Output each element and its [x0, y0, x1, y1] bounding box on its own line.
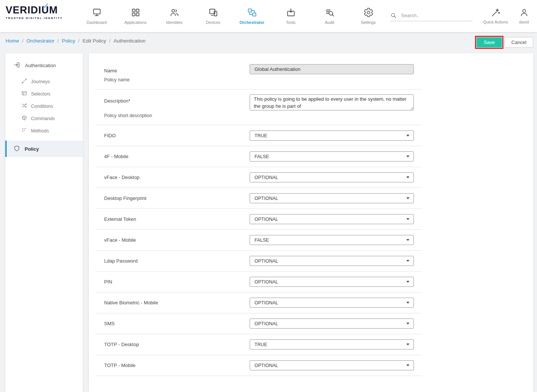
top-navigation: VERIDIUM TRUSTED DIGITAL IDENTITY Dashbo… [0, 0, 537, 32]
dropdown-value: OPTIONAL [255, 175, 278, 180]
orchestrator-icon [247, 7, 257, 18]
sidebar-items: JourneysSelectorsConditionsCommandsMetho… [5, 75, 83, 137]
fido-dropdown[interactable]: TRUE [250, 131, 414, 141]
form-row-description: Description* Policy short description Th… [95, 90, 422, 125]
field-label: Desktop Fingerprint [104, 195, 146, 201]
form-row-desktop-fingerprint: Desktop FingerprintOPTIONAL [95, 188, 422, 209]
dropdown-value: TRUE [255, 342, 267, 347]
topnav-item-applications[interactable]: Applications [116, 0, 155, 32]
username-label: david [519, 20, 529, 24]
form-row-fido: FIDOTRUE [95, 125, 422, 146]
sms-dropdown[interactable]: OPTIONAL [250, 319, 414, 329]
chevron-down-icon [406, 218, 409, 220]
topnav-item-label: Orchestrator [240, 20, 265, 25]
field-label: Native Biometric - Mobile [104, 300, 158, 305]
breadcrumb-separator: / [109, 38, 110, 44]
form-row-name: Name Policy name [95, 53, 422, 90]
chevron-down-icon [406, 135, 409, 137]
dropdown-value: OPTIONAL [255, 321, 278, 326]
form-row-totp-desktop: TOTP - DesktopTRUE [95, 334, 422, 355]
methods-icon [21, 127, 27, 134]
totp-mobile-dropdown[interactable]: OPTIONAL [250, 360, 414, 370]
brand-tagline: TRUSTED DIGITAL IDENTITY [6, 16, 75, 20]
save-button[interactable]: Save [477, 37, 502, 47]
topnav-item-identities[interactable]: Identities [155, 0, 194, 32]
name-sublabel: Policy name [104, 77, 129, 82]
topnav-item-orchestrator[interactable]: Orchestrator [232, 0, 271, 32]
breadcrumb-item-policy[interactable]: Policy [62, 38, 75, 44]
sidebar-item-journeys[interactable]: Journeys [21, 75, 83, 88]
user-menu[interactable]: david [514, 0, 534, 32]
dropdown-value: TRUE [255, 133, 267, 138]
pin-dropdown[interactable]: OPTIONAL [250, 277, 414, 287]
breadcrumb-item-home[interactable]: Home [6, 38, 19, 44]
sidebar-header-label: Authentication [25, 63, 56, 68]
form-row-vface-desktop: vFace - DesktopOPTIONAL [95, 167, 422, 188]
ldap-password-dropdown[interactable]: OPTIONAL [250, 256, 414, 266]
chevron-down-icon [406, 260, 409, 262]
wand-icon [491, 8, 500, 17]
dropdown-value: OPTIONAL [255, 363, 278, 368]
dropdown-value: OPTIONAL [255, 279, 278, 285]
topnav-item-label: Dashboard [87, 20, 107, 25]
field-label: TOTP - Desktop [104, 342, 139, 347]
header-actions: Save Cancel [475, 36, 533, 49]
dropdown-value: OPTIONAL [255, 196, 278, 201]
topnav-item-label: Audit [325, 20, 334, 25]
policy-description-textarea[interactable]: This policy is going to be applied to ev… [250, 94, 414, 110]
chevron-down-icon [406, 197, 409, 199]
search-input[interactable] [397, 13, 472, 18]
breadcrumb-separator: / [22, 38, 24, 44]
topnav-items: DashboardApplicationsIdentitiesDevicesOr… [77, 0, 388, 32]
dashboard-icon [92, 7, 102, 18]
quick-actions-label: Quick Actions [483, 20, 508, 24]
totp-desktop-dropdown[interactable]: TRUE [250, 339, 414, 349]
shield-icon [13, 145, 20, 153]
chevron-down-icon [406, 156, 409, 157]
topnav-item-settings[interactable]: Settings [349, 0, 388, 32]
sidebar-item-selectors[interactable]: Selectors [21, 88, 83, 100]
dropdown-value: OPTIONAL [255, 300, 278, 305]
chevron-down-icon [406, 239, 409, 241]
sidebar-item-methods[interactable]: Methods [21, 125, 83, 137]
vface-mobile-dropdown[interactable]: FALSE [250, 235, 414, 245]
topnav-item-audit[interactable]: Audit [310, 0, 349, 32]
sidebar-item-label: Commands [31, 116, 55, 121]
search-box[interactable] [390, 10, 472, 21]
sidebar-item-label: Journeys [31, 79, 50, 84]
quick-actions-button[interactable]: Quick Actions [479, 0, 512, 32]
policy-name-input[interactable] [250, 64, 414, 74]
brand-name: VERIDIUM [6, 5, 75, 15]
external-token-dropdown[interactable]: OPTIONAL [250, 214, 414, 224]
topnav-item-tools[interactable]: Tools [271, 0, 310, 32]
cancel-button[interactable]: Cancel [505, 37, 533, 48]
login-icon [13, 62, 20, 69]
chevron-down-icon [406, 344, 409, 345]
policy-form: Name Policy name Description* Policy sho… [89, 53, 533, 392]
breadcrumb-item-edit-policy: Edit Policy [82, 38, 106, 44]
vface-desktop-dropdown[interactable]: OPTIONAL [250, 172, 414, 182]
sidebar-item-conditions[interactable]: Conditions [21, 100, 83, 112]
desktop-fingerprint-dropdown[interactable]: OPTIONAL [250, 193, 414, 203]
4f-mobile-dropdown[interactable]: FALSE [250, 151, 414, 161]
sidebar-item-label: Conditions [31, 104, 53, 109]
sidebar-item-commands[interactable]: Commands [21, 112, 83, 125]
chevron-down-icon [406, 323, 409, 324]
sidebar-item-policy[interactable]: Policy [5, 141, 83, 157]
name-label: Name [104, 68, 117, 73]
sidebar-header-authentication[interactable]: Authentication [5, 53, 83, 75]
topnav-item-devices[interactable]: Devices [194, 0, 232, 32]
breadcrumb-item-orchestrator[interactable]: Orchestrator [26, 38, 54, 44]
topnav-item-dashboard[interactable]: Dashboard [77, 0, 116, 32]
field-label: FIDO [104, 133, 116, 138]
conditions-icon [21, 103, 27, 110]
sidebar-item-label: Methods [31, 128, 49, 134]
native-biometric-mobile-dropdown[interactable]: OPTIONAL [250, 298, 414, 308]
save-highlight-annotation: Save [475, 36, 503, 49]
topnav-item-label: Tools [286, 20, 296, 25]
logo-check-icon [43, 3, 48, 10]
field-label: External Token [104, 216, 136, 222]
gear-icon [363, 7, 374, 18]
veridium-logo[interactable]: VERIDIUM TRUSTED DIGITAL IDENTITY [6, 5, 75, 20]
sidebar: Authentication JourneysSelectorsConditio… [5, 53, 83, 392]
